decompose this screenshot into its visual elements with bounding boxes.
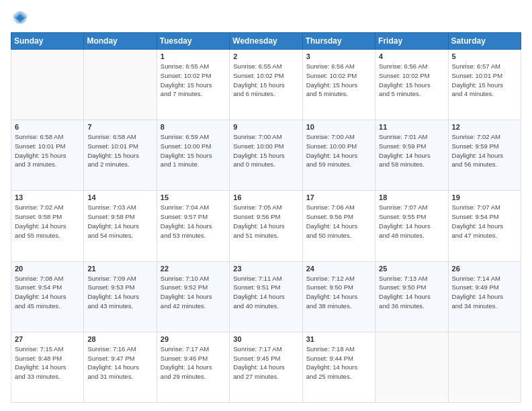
calendar-cell: 10Sunrise: 7:00 AM Sunset: 10:00 PM Dayl… <box>302 120 375 191</box>
calendar-cell: 21Sunrise: 7:09 AM Sunset: 9:53 PM Dayli… <box>84 261 157 332</box>
calendar-cell: 28Sunrise: 7:16 AM Sunset: 9:47 PM Dayli… <box>84 332 157 402</box>
day-info: Sunrise: 7:01 AM Sunset: 9:59 PM Dayligh… <box>379 132 444 169</box>
day-info: Sunrise: 7:11 AM Sunset: 9:51 PM Dayligh… <box>233 274 298 311</box>
day-number: 6 <box>15 123 80 131</box>
calendar-cell: 12Sunrise: 7:02 AM Sunset: 9:59 PM Dayli… <box>448 120 521 191</box>
day-info: Sunrise: 7:09 AM Sunset: 9:53 PM Dayligh… <box>87 274 152 311</box>
week-row-5: 27Sunrise: 7:15 AM Sunset: 9:48 PM Dayli… <box>11 332 521 402</box>
day-info: Sunrise: 7:02 AM Sunset: 9:58 PM Dayligh… <box>15 203 80 240</box>
day-info: Sunrise: 7:03 AM Sunset: 9:58 PM Dayligh… <box>87 203 152 240</box>
weekday-header-friday: Friday <box>375 33 448 50</box>
day-number: 12 <box>452 123 517 131</box>
day-number: 25 <box>379 265 444 273</box>
day-info: Sunrise: 7:13 AM Sunset: 9:50 PM Dayligh… <box>379 274 444 311</box>
day-number: 9 <box>233 123 298 131</box>
day-number: 3 <box>306 52 371 60</box>
weekday-header-wednesday: Wednesday <box>230 33 302 50</box>
day-info: Sunrise: 6:58 AM Sunset: 10:01 PM Daylig… <box>87 132 152 169</box>
calendar-cell: 31Sunrise: 7:18 AM Sunset: 9:44 PM Dayli… <box>302 332 375 402</box>
day-number: 23 <box>233 265 298 273</box>
day-number: 17 <box>306 193 371 201</box>
calendar-cell: 14Sunrise: 7:03 AM Sunset: 9:58 PM Dayli… <box>84 191 157 261</box>
calendar-cell: 11Sunrise: 7:01 AM Sunset: 9:59 PM Dayli… <box>375 120 448 191</box>
day-info: Sunrise: 6:56 AM Sunset: 10:02 PM Daylig… <box>306 62 371 99</box>
day-info: Sunrise: 7:16 AM Sunset: 9:47 PM Dayligh… <box>87 345 152 381</box>
day-number: 31 <box>306 335 371 343</box>
day-info: Sunrise: 7:07 AM Sunset: 9:55 PM Dayligh… <box>379 203 444 240</box>
day-number: 21 <box>87 265 152 273</box>
day-number: 4 <box>379 52 444 60</box>
day-number: 19 <box>452 193 517 201</box>
calendar-cell: 30Sunrise: 7:17 AM Sunset: 9:45 PM Dayli… <box>230 332 302 402</box>
day-info: Sunrise: 7:00 AM Sunset: 10:00 PM Daylig… <box>306 132 371 169</box>
calendar-cell: 4Sunrise: 6:56 AM Sunset: 10:02 PM Dayli… <box>375 50 448 120</box>
calendar-cell: 2Sunrise: 6:55 AM Sunset: 10:02 PM Dayli… <box>230 50 302 120</box>
day-number: 22 <box>161 265 226 273</box>
day-number: 1 <box>161 52 226 60</box>
calendar-cell <box>448 332 521 402</box>
day-info: Sunrise: 6:57 AM Sunset: 10:01 PM Daylig… <box>452 62 517 99</box>
day-info: Sunrise: 6:59 AM Sunset: 10:00 PM Daylig… <box>161 132 226 169</box>
day-number: 26 <box>452 265 517 273</box>
day-info: Sunrise: 7:07 AM Sunset: 9:54 PM Dayligh… <box>452 203 517 240</box>
calendar-cell: 24Sunrise: 7:12 AM Sunset: 9:50 PM Dayli… <box>302 261 375 332</box>
page: SundayMondayTuesdayWednesdayThursdayFrid… <box>0 0 532 411</box>
calendar-cell: 6Sunrise: 6:58 AM Sunset: 10:01 PM Dayli… <box>11 120 84 191</box>
header <box>11 8 521 27</box>
calendar-table: SundayMondayTuesdayWednesdayThursdayFrid… <box>11 32 521 403</box>
day-number: 5 <box>452 52 517 60</box>
day-info: Sunrise: 7:17 AM Sunset: 9:45 PM Dayligh… <box>233 345 298 381</box>
calendar-cell: 17Sunrise: 7:06 AM Sunset: 9:56 PM Dayli… <box>302 191 375 261</box>
calendar-cell <box>375 332 448 402</box>
calendar-cell: 7Sunrise: 6:58 AM Sunset: 10:01 PM Dayli… <box>84 120 157 191</box>
day-info: Sunrise: 7:08 AM Sunset: 9:54 PM Dayligh… <box>15 274 80 311</box>
day-number: 2 <box>233 52 298 60</box>
calendar-cell: 19Sunrise: 7:07 AM Sunset: 9:54 PM Dayli… <box>448 191 521 261</box>
day-number: 18 <box>379 193 444 201</box>
day-number: 14 <box>87 193 152 201</box>
day-info: Sunrise: 7:10 AM Sunset: 9:52 PM Dayligh… <box>161 274 226 311</box>
calendar-cell: 15Sunrise: 7:04 AM Sunset: 9:57 PM Dayli… <box>157 191 229 261</box>
day-info: Sunrise: 7:14 AM Sunset: 9:49 PM Dayligh… <box>452 274 517 311</box>
day-info: Sunrise: 7:12 AM Sunset: 9:50 PM Dayligh… <box>306 274 371 311</box>
day-info: Sunrise: 7:04 AM Sunset: 9:57 PM Dayligh… <box>161 203 226 240</box>
day-number: 7 <box>87 123 152 131</box>
logo-icon <box>11 8 30 27</box>
weekday-header-row: SundayMondayTuesdayWednesdayThursdayFrid… <box>11 33 521 50</box>
day-number: 10 <box>306 123 371 131</box>
day-info: Sunrise: 7:06 AM Sunset: 9:56 PM Dayligh… <box>306 203 371 240</box>
calendar-cell: 5Sunrise: 6:57 AM Sunset: 10:01 PM Dayli… <box>448 50 521 120</box>
calendar-cell: 3Sunrise: 6:56 AM Sunset: 10:02 PM Dayli… <box>302 50 375 120</box>
calendar-cell: 1Sunrise: 6:55 AM Sunset: 10:02 PM Dayli… <box>157 50 229 120</box>
calendar-cell: 9Sunrise: 7:00 AM Sunset: 10:00 PM Dayli… <box>230 120 302 191</box>
day-info: Sunrise: 7:17 AM Sunset: 9:46 PM Dayligh… <box>161 345 226 381</box>
calendar-cell <box>11 50 84 120</box>
day-info: Sunrise: 6:58 AM Sunset: 10:01 PM Daylig… <box>15 132 80 169</box>
day-number: 11 <box>379 123 444 131</box>
calendar-cell <box>84 50 157 120</box>
calendar-cell: 26Sunrise: 7:14 AM Sunset: 9:49 PM Dayli… <box>448 261 521 332</box>
day-info: Sunrise: 7:18 AM Sunset: 9:44 PM Dayligh… <box>306 345 371 381</box>
day-info: Sunrise: 7:15 AM Sunset: 9:48 PM Dayligh… <box>15 345 80 381</box>
day-info: Sunrise: 6:56 AM Sunset: 10:02 PM Daylig… <box>379 62 444 99</box>
week-row-2: 6Sunrise: 6:58 AM Sunset: 10:01 PM Dayli… <box>11 120 521 191</box>
day-number: 24 <box>306 265 371 273</box>
week-row-3: 13Sunrise: 7:02 AM Sunset: 9:58 PM Dayli… <box>11 191 521 261</box>
calendar-cell: 27Sunrise: 7:15 AM Sunset: 9:48 PM Dayli… <box>11 332 84 402</box>
week-row-1: 1Sunrise: 6:55 AM Sunset: 10:02 PM Dayli… <box>11 50 521 120</box>
calendar-cell: 20Sunrise: 7:08 AM Sunset: 9:54 PM Dayli… <box>11 261 84 332</box>
calendar-cell: 29Sunrise: 7:17 AM Sunset: 9:46 PM Dayli… <box>157 332 229 402</box>
calendar-cell: 22Sunrise: 7:10 AM Sunset: 9:52 PM Dayli… <box>157 261 229 332</box>
weekday-header-monday: Monday <box>84 33 157 50</box>
day-number: 30 <box>233 335 298 343</box>
day-number: 28 <box>87 335 152 343</box>
weekday-header-tuesday: Tuesday <box>157 33 229 50</box>
calendar-cell: 23Sunrise: 7:11 AM Sunset: 9:51 PM Dayli… <box>230 261 302 332</box>
day-info: Sunrise: 6:55 AM Sunset: 10:02 PM Daylig… <box>233 62 298 99</box>
calendar-cell: 8Sunrise: 6:59 AM Sunset: 10:00 PM Dayli… <box>157 120 229 191</box>
day-number: 15 <box>161 193 226 201</box>
day-number: 20 <box>15 265 80 273</box>
day-number: 8 <box>161 123 226 131</box>
logo <box>11 8 32 27</box>
day-info: Sunrise: 7:05 AM Sunset: 9:56 PM Dayligh… <box>233 203 298 240</box>
